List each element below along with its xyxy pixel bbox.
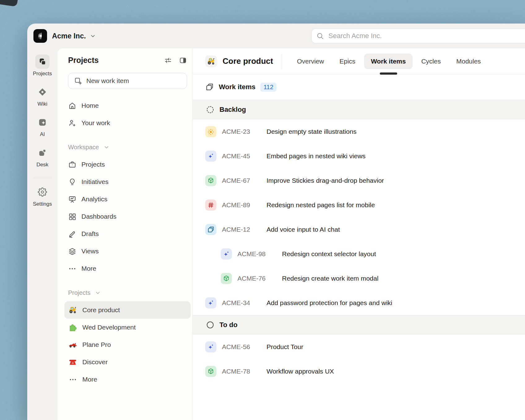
rail-item-wiki[interactable]: Wiki: [33, 85, 52, 107]
rail-item-projects[interactable]: Projects: [33, 55, 52, 77]
work-item-type-tile: [221, 273, 232, 284]
rail-item-settings[interactable]: Settings: [33, 185, 52, 207]
work-item-type-tile: [205, 175, 216, 186]
work-item-type-tile: [205, 151, 216, 162]
gear-icon: [38, 187, 47, 197]
sparkles-icon: [223, 250, 230, 258]
stacked-pages-icon: [205, 83, 214, 91]
wiki-diamond-icon: [38, 87, 47, 97]
work-item-type-tile: [205, 126, 216, 137]
presentation-chart-icon: [68, 195, 76, 203]
work-items-count-badge: 112: [260, 83, 276, 92]
sidebar-item-more[interactable]: More: [64, 260, 191, 277]
desktop: Acme Inc. Projects Wiki AI Desk Settings: [0, 0, 525, 420]
work-item-type-tile: [205, 366, 216, 377]
project-title: Core product: [223, 56, 273, 66]
chevron-down-icon: [103, 144, 110, 150]
workspace-name[interactable]: Acme Inc.: [52, 32, 86, 40]
work-item-type-tile: [221, 248, 232, 260]
sidebar-item-analytics[interactable]: Analytics: [64, 190, 191, 208]
work-item-type-tile: [205, 199, 216, 211]
sparkles-icon: [207, 343, 215, 351]
home-icon: [68, 102, 76, 110]
sidebar-project-item-plane-pro[interactable]: Plane Pro: [64, 336, 191, 353]
top-bar: Acme Inc.: [27, 24, 525, 48]
phone-icon: [68, 358, 77, 366]
sidebar-project-item-more[interactable]: More: [64, 371, 191, 388]
work-item-row-acme-78[interactable]: ACME-78 Workflow approvals UX: [193, 359, 525, 383]
projects-tile-icon: [38, 57, 47, 66]
tab-modules[interactable]: Modules: [449, 54, 488, 69]
work-items-header: Work items 112: [193, 74, 525, 100]
global-search[interactable]: [311, 28, 525, 43]
work-item-row-acme-45[interactable]: ACME-45 Embed pages in nested wiki views: [193, 144, 525, 168]
work-item-row-acme-12[interactable]: ACME-12 Add voice input to AI chat: [193, 217, 525, 242]
sidebar-project-item-wed-development[interactable]: Wed Development: [64, 319, 191, 336]
ellipsis-icon: [68, 265, 76, 273]
project-tabs: OverviewEpicsWork itemsCyclesModules: [290, 48, 489, 74]
ellipsis-icon: [68, 375, 77, 384]
work-item-type-tile: [205, 297, 216, 308]
tab-overview[interactable]: Overview: [290, 54, 331, 69]
acme-logo-icon: [36, 31, 45, 41]
square-plus-icon: [74, 77, 82, 85]
work-item-row-acme-56[interactable]: ACME-56 Product Tour: [193, 335, 525, 359]
work-item-row-acme-67[interactable]: ACME-67 Improve Stickies drag-and-drop b…: [193, 168, 525, 193]
chevron-down-icon[interactable]: [90, 33, 96, 39]
cube-icon: [207, 368, 215, 375]
rail-item-desk[interactable]: Desk: [33, 146, 52, 168]
main-panel: Core product OverviewEpicsWork itemsCycl…: [193, 48, 525, 420]
work-item-row-acme-34[interactable]: ACME-34 Add password protection for page…: [193, 291, 525, 315]
work-item-type-tile: [205, 224, 216, 235]
pages-icon: [207, 226, 215, 233]
rail-item-ai[interactable]: AI: [33, 115, 52, 138]
panel-toggle-icon[interactable]: [179, 56, 187, 64]
work-item-row-acme-89[interactable]: ACME-89 Redesign nested pages list for m…: [193, 193, 525, 217]
work-item-row-acme-23[interactable]: ACME-23 Design empty state illustrations: [193, 119, 525, 144]
section-header-workspace[interactable]: Workspace: [68, 138, 187, 156]
cube-icon: [207, 177, 215, 184]
sidebar-item-drafts[interactable]: Drafts: [64, 225, 191, 243]
sun-icon: [207, 128, 215, 135]
project-header: Core product OverviewEpicsWork itemsCycl…: [193, 48, 525, 74]
sidebar-item-projects[interactable]: Projects: [64, 156, 191, 173]
group-header-to-do[interactable]: To do: [193, 315, 525, 335]
section-header-projects[interactable]: Projects: [68, 284, 187, 301]
chevron-down-icon: [95, 290, 101, 296]
sidebar-item-dashboards[interactable]: Dashboards: [64, 208, 191, 225]
sparkles-icon: [207, 299, 215, 307]
pen-icon: [68, 230, 76, 238]
tab-work-items[interactable]: Work items: [364, 54, 413, 69]
tractor-icon: [68, 306, 77, 314]
lightbulb-icon: [68, 178, 76, 186]
cube-icon: [223, 275, 230, 282]
layers-icon: [68, 247, 76, 256]
work-item-row-acme-76[interactable]: ACME-76 Redesign create work item modal: [193, 266, 525, 291]
desk-tile-icon: [38, 148, 47, 157]
app-rail: Projects Wiki AI Desk Settings: [27, 48, 58, 420]
sliders-icon[interactable]: [164, 56, 172, 64]
search-input[interactable]: [328, 32, 525, 40]
circle-icon: [206, 321, 215, 329]
grid-icon: [68, 212, 76, 221]
work-item-row-acme-98[interactable]: ACME-98 Redesign context selector layout: [193, 242, 525, 266]
sidebar: Projects New work item Home Your work Wo…: [58, 48, 193, 420]
new-work-item-button[interactable]: New work item: [68, 73, 187, 89]
user-plus-icon: [68, 119, 76, 127]
tab-cycles[interactable]: Cycles: [414, 54, 448, 69]
sidebar-item-home[interactable]: Home: [64, 97, 191, 114]
dashed-circle-icon: [206, 105, 215, 114]
work-item-type-tile: [205, 341, 216, 352]
sidebar-item-views[interactable]: Views: [64, 243, 191, 260]
hash-icon: [207, 201, 215, 209]
briefcase-icon: [68, 160, 76, 169]
sidebar-item-your-work[interactable]: Your work: [64, 114, 191, 132]
tab-epics[interactable]: Epics: [333, 54, 362, 69]
sidebar-project-item-discover[interactable]: Discover: [64, 353, 191, 371]
rail-divider: [33, 178, 52, 178]
workspace-logo[interactable]: [33, 29, 47, 43]
group-header-backlog[interactable]: Backlog: [193, 100, 525, 119]
sidebar-item-initiatives[interactable]: Initiatives: [64, 173, 191, 190]
sidebar-project-item-core-product[interactable]: Core product: [64, 301, 191, 319]
header-separator: [282, 54, 282, 69]
